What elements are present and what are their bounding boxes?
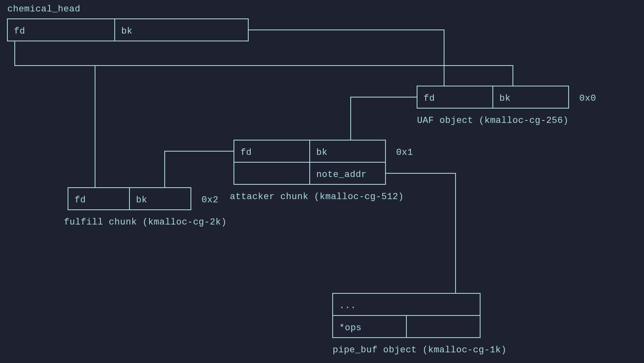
uaf-bk-label: bk [499, 93, 510, 104]
pipebuf-dots-label: ... [339, 301, 356, 311]
attacker-fd-label: fd [240, 147, 252, 158]
connector-head-bk-to-uaf [248, 30, 444, 86]
connector-uaf-fd-to-attacker-bk [351, 97, 417, 140]
attacker-note-label: note_addr [316, 170, 367, 180]
connector-head-fd-to-uaf [15, 41, 513, 86]
pipebuf-ops-label: *ops [339, 323, 362, 333]
attacker-side-label: 0x1 [396, 147, 413, 158]
uaf-fd-label: fd [424, 93, 435, 104]
head-title: chemical_head [7, 4, 80, 14]
head-bk-label: bk [121, 26, 132, 36]
fulfill-bk-label: bk [136, 195, 147, 205]
fulfill-side-label: 0x2 [202, 195, 218, 205]
uaf-side-label: 0x0 [579, 93, 596, 104]
fulfill-fd-label: fd [75, 195, 86, 205]
connector-attacker-note-to-pipebuf [385, 173, 456, 293]
fulfill-caption: fulfill chunk (kmalloc-cg-2k) [64, 217, 227, 227]
head-fd-label: fd [14, 26, 25, 36]
pipebuf-caption: pipe_buf object (kmalloc-cg-1k) [333, 345, 507, 355]
connector-attacker-fd-to-fulfill-bk [165, 151, 234, 188]
attacker-bk-label: bk [316, 147, 327, 158]
attacker-caption: attacker chunk (kmalloc-cg-512) [230, 192, 404, 202]
uaf-caption: UAF object (kmalloc-cg-256) [417, 116, 569, 126]
memory-layout-diagram: chemical_head fd bk fd bk 0x0 UAF object… [0, 0, 644, 363]
